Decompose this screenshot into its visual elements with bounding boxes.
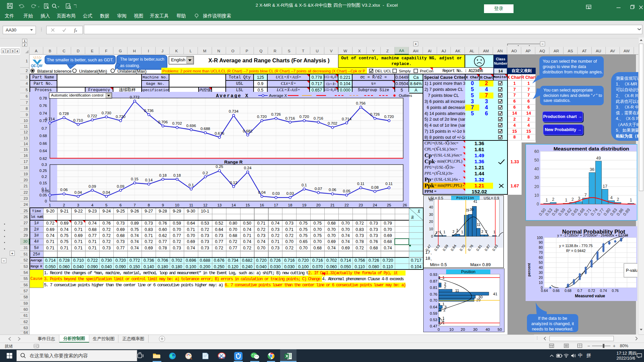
svg-text:0.04: 0.04	[74, 190, 82, 194]
svg-text:100: 100	[537, 236, 543, 240]
svg-text:0.04: 0.04	[103, 190, 110, 194]
svg-text:0.09: 0.09	[89, 184, 96, 188]
svg-text:y = 1138.8x - 770.75: y = 1138.8x - 770.75	[559, 244, 593, 248]
svg-text:Outliers: Outliers	[399, 94, 412, 98]
svg-text:49: 49	[596, 156, 601, 161]
svg-text:30: 30	[473, 327, 478, 331]
svg-text:P-value:: P-value:	[626, 268, 637, 273]
svg-text:41: 41	[473, 199, 477, 203]
svg-text:Position: Position	[457, 196, 474, 200]
svg-text:0.15: 0.15	[40, 181, 47, 185]
svg-text:24: 24	[373, 203, 377, 207]
svg-text:0: 0	[537, 202, 539, 206]
svg-text:29: 29	[476, 298, 481, 302]
svg-text:1: 1	[443, 230, 445, 234]
svg-text:Average X: Average X	[269, 94, 287, 98]
svg-text:0: 0	[431, 234, 433, 238]
svg-text:USL= 0.9: USL= 0.9	[484, 196, 499, 200]
svg-text:60: 60	[539, 255, 543, 259]
svg-text:0.47: 0.47	[430, 324, 437, 328]
svg-text:13: 13	[217, 203, 222, 207]
svg-text:20: 20	[316, 203, 321, 207]
svg-text:0.772: 0.772	[130, 95, 140, 99]
svg-text:0.64: 0.64	[430, 305, 438, 309]
svg-text:0.25: 0.25	[216, 165, 223, 169]
svg-text:2: 2	[572, 197, 574, 202]
svg-text:2: 2	[481, 230, 483, 234]
svg-text:0.688: 0.688	[201, 127, 210, 131]
svg-text:0.66: 0.66	[553, 289, 560, 293]
svg-text:10: 10	[175, 203, 179, 207]
svg-text:30: 30	[470, 207, 474, 212]
svg-text:0.18: 0.18	[159, 173, 167, 177]
svg-text:50: 50	[534, 158, 539, 163]
svg-text:10: 10	[539, 281, 543, 285]
svg-text:40: 40	[429, 205, 433, 209]
svg-text:7: 7	[584, 193, 587, 197]
svg-text:0.76: 0.76	[40, 104, 47, 108]
svg-text:0.1: 0.1	[189, 183, 194, 187]
svg-text:Position: Position	[461, 269, 476, 274]
svg-text:2: 2	[617, 197, 619, 202]
svg-text:60: 60	[534, 149, 539, 154]
svg-text:Min= 0.5: Min= 0.5	[430, 262, 447, 267]
svg-text:6: 6	[119, 203, 121, 207]
svg-text:17: 17	[603, 184, 607, 189]
svg-text:0.3: 0.3	[42, 163, 47, 167]
svg-text:0.734: 0.734	[229, 109, 238, 113]
svg-text:8: 8	[148, 203, 150, 207]
svg-text:0: 0	[438, 327, 440, 331]
svg-text:0.78: 0.78	[40, 96, 47, 100]
svg-text:19: 19	[302, 203, 307, 207]
svg-text:0.726: 0.726	[271, 112, 281, 116]
svg-text:0.06: 0.06	[60, 188, 68, 192]
svg-text:⋮: ⋮	[75, 5, 78, 8]
svg-text:50: 50	[539, 260, 543, 264]
svg-text:0.14: 0.14	[145, 178, 153, 182]
svg-text:R² = 0.9442: R² = 0.9442	[566, 249, 586, 253]
svg-text:26: 26	[403, 203, 407, 207]
svg-text:70: 70	[539, 250, 543, 254]
svg-text:0.72: 0.72	[588, 289, 595, 293]
svg-text:0.720: 0.720	[300, 115, 309, 119]
svg-text:0.18: 0.18	[173, 173, 181, 177]
svg-text:0.03: 0.03	[272, 191, 280, 195]
svg-text:˅: ˅	[38, 5, 40, 8]
svg-text:0: 0	[45, 199, 47, 203]
svg-text:0.720: 0.720	[384, 115, 394, 119]
svg-text:41: 41	[493, 292, 497, 296]
svg-text:0.2: 0.2	[42, 175, 47, 179]
svg-text:0.07: 0.07	[315, 187, 322, 191]
svg-text:15: 15	[246, 203, 250, 207]
svg-text:0.74: 0.74	[40, 111, 47, 115]
svg-text:2: 2	[452, 230, 454, 234]
svg-text:0.64: 0.64	[541, 289, 548, 293]
svg-text:0.706: 0.706	[158, 120, 168, 124]
svg-text:4: 4	[91, 203, 94, 207]
svg-text:50: 50	[429, 198, 433, 202]
svg-text:0.716: 0.716	[314, 116, 323, 120]
svg-text:18: 18	[288, 203, 292, 207]
svg-text:0.09: 0.09	[117, 184, 124, 188]
svg-text:0.756: 0.756	[356, 101, 366, 105]
svg-text:0.08: 0.08	[371, 185, 379, 189]
svg-text:0.68: 0.68	[40, 134, 47, 138]
svg-text:0.714: 0.714	[342, 117, 352, 121]
svg-text:0.06: 0.06	[329, 188, 336, 192]
svg-text:0.74: 0.74	[600, 289, 607, 293]
svg-text:1: 1	[630, 198, 632, 202]
svg-text:0.676: 0.676	[215, 131, 224, 135]
svg-text:Range R: Range R	[224, 160, 243, 165]
svg-text:90: 90	[539, 240, 543, 244]
svg-text:2: 2	[485, 230, 487, 234]
svg-text:4: 4	[610, 195, 613, 200]
svg-text:0.728: 0.728	[59, 112, 69, 116]
svg-text:0.720: 0.720	[116, 115, 125, 119]
svg-text:0.682: 0.682	[243, 129, 253, 133]
svg-text:17: 17	[274, 203, 278, 207]
svg-text:0.7: 0.7	[42, 126, 47, 130]
svg-text:2: 2	[552, 197, 554, 202]
svg-text:0.716: 0.716	[285, 116, 295, 120]
svg-text:X̅: X̅	[417, 209, 420, 214]
svg-text:˅: ˅	[58, 5, 59, 8]
